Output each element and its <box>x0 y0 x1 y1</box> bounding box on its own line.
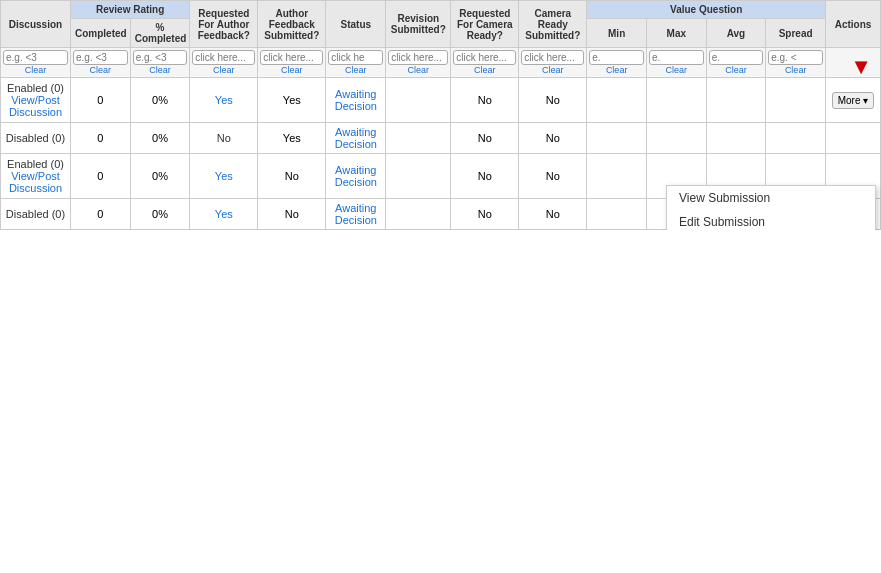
status-cell: Awaiting Decision <box>326 154 386 199</box>
camera-ready-cell: No <box>519 123 587 154</box>
filter-cell-req-camera: Clear <box>451 48 519 78</box>
col-header-avg: Avg <box>706 19 766 48</box>
main-table-wrapper: Discussion Review Rating Requested For A… <box>0 0 881 230</box>
req-author-cell: Yes <box>190 154 258 199</box>
req-camera-cell: No <box>451 78 519 123</box>
col-header-value-question-group: Value Question <box>587 1 826 19</box>
view-post-discussion-link[interactable]: View/Post Discussion <box>9 94 62 118</box>
min-cell <box>587 78 647 123</box>
filter-cell-revision: Clear <box>386 48 451 78</box>
col-header-actions: Actions <box>826 1 881 48</box>
filter-cell-completed: Clear <box>71 48 131 78</box>
col-header-req-camera: Requested For Camera Ready? <box>451 1 519 48</box>
clear-status[interactable]: Clear <box>328 65 383 75</box>
pct-completed-cell: 0% <box>130 78 190 123</box>
clear-camera-ready[interactable]: Clear <box>521 65 584 75</box>
more-button[interactable]: More ▾ <box>832 92 875 109</box>
discussion-cell: Enabled (0)View/Post Discussion <box>1 78 71 123</box>
discussion-cell: Enabled (0)View/Post Discussion <box>1 154 71 199</box>
filter-cell-req-author: Clear <box>190 48 258 78</box>
req-author-cell: No <box>190 123 258 154</box>
filter-cell-avg: Clear <box>706 48 766 78</box>
pct-completed-cell: 0% <box>130 123 190 154</box>
col-header-camera-ready: Camera Ready Submitted? <box>519 1 587 48</box>
filter-row: Clear Clear Clear Clear Clear <box>1 48 881 78</box>
filter-camera-ready[interactable] <box>521 50 584 65</box>
completed-cell: 0 <box>71 199 131 230</box>
col-header-revision: Revision Submitted? <box>386 1 451 48</box>
min-cell <box>587 154 647 199</box>
max-cell <box>646 78 706 123</box>
col-header-review-rating-group: Review Rating <box>71 1 190 19</box>
clear-avg[interactable]: Clear <box>709 65 764 75</box>
clear-req-camera[interactable]: Clear <box>453 65 516 75</box>
col-header-min: Min <box>587 19 647 48</box>
clear-min[interactable]: Clear <box>589 65 644 75</box>
max-cell <box>646 123 706 154</box>
filter-req-camera[interactable] <box>453 50 516 65</box>
filter-discussion[interactable] <box>3 50 68 65</box>
clear-spread[interactable]: Clear <box>768 65 823 75</box>
filter-min[interactable] <box>589 50 644 65</box>
discussion-status: Disabled (0) <box>6 132 65 144</box>
filter-cell-pct: Clear <box>130 48 190 78</box>
discussion-cell: Disabled (0) <box>1 199 71 230</box>
camera-ready-cell: No <box>519 199 587 230</box>
discussion-cell: Disabled (0) <box>1 123 71 154</box>
camera-ready-cell: No <box>519 78 587 123</box>
clear-req-author[interactable]: Clear <box>192 65 255 75</box>
filter-revision[interactable] <box>388 50 448 65</box>
filter-cell-spread: Clear <box>766 48 826 78</box>
filter-cell-status: Clear <box>326 48 386 78</box>
filter-cell-min: Clear <box>587 48 647 78</box>
clear-author-fb[interactable]: Clear <box>260 65 323 75</box>
author-fb-cell: Yes <box>258 123 326 154</box>
clear-max[interactable]: Clear <box>649 65 704 75</box>
discussion-status: Enabled (0) <box>7 158 64 170</box>
clear-pct[interactable]: Clear <box>133 65 188 75</box>
discussion-status: Disabled (0) <box>6 208 65 220</box>
completed-cell: 0 <box>71 78 131 123</box>
revision-cell <box>386 199 451 230</box>
filter-max[interactable] <box>649 50 704 65</box>
actions-cell: ▼ More ▾ <box>826 78 881 123</box>
col-header-discussion: Discussion <box>1 1 71 48</box>
avg-cell <box>706 78 766 123</box>
req-author-cell: Yes <box>190 199 258 230</box>
filter-author-fb[interactable] <box>260 50 323 65</box>
clear-completed[interactable]: Clear <box>73 65 128 75</box>
col-header-max: Max <box>646 19 706 48</box>
status-cell: Awaiting Decision <box>326 123 386 154</box>
filter-cell-discussion: Clear <box>1 48 71 78</box>
completed-cell: 0 <box>71 123 131 154</box>
clear-discussion[interactable]: Clear <box>3 65 68 75</box>
menu-item-label: View Submission <box>679 191 770 205</box>
status-cell: Awaiting Decision <box>326 199 386 230</box>
clear-revision[interactable]: Clear <box>388 65 448 75</box>
req-author-cell: Yes <box>190 78 258 123</box>
author-fb-cell: No <box>258 199 326 230</box>
view-post-discussion-link[interactable]: View/Post Discussion <box>9 170 62 194</box>
col-header-req-author: Requested For Author Feedback? <box>190 1 258 48</box>
min-cell <box>587 199 647 230</box>
col-header-author-fb: Author Feedback Submitted? <box>258 1 326 48</box>
camera-ready-cell: No <box>519 154 587 199</box>
filter-pct[interactable] <box>133 50 188 65</box>
discussion-status: Enabled (0) <box>7 82 64 94</box>
col-header-completed: Completed <box>71 19 131 48</box>
menu-item[interactable]: View Submission <box>667 186 875 210</box>
actions-cell <box>826 123 881 154</box>
spread-cell <box>766 78 826 123</box>
filter-req-author[interactable] <box>192 50 255 65</box>
avg-cell <box>706 123 766 154</box>
completed-cell: 0 <box>71 154 131 199</box>
menu-item[interactable]: Edit Submission <box>667 210 875 230</box>
req-camera-cell: No <box>451 199 519 230</box>
filter-completed[interactable] <box>73 50 128 65</box>
filter-status[interactable] <box>328 50 383 65</box>
table-row: Enabled (0)View/Post Discussion0 0% Yes … <box>1 78 881 123</box>
filter-cell-author-fb: Clear <box>258 48 326 78</box>
filter-spread[interactable] <box>768 50 823 65</box>
menu-item-label: Edit Submission <box>679 215 765 229</box>
filter-avg[interactable] <box>709 50 764 65</box>
